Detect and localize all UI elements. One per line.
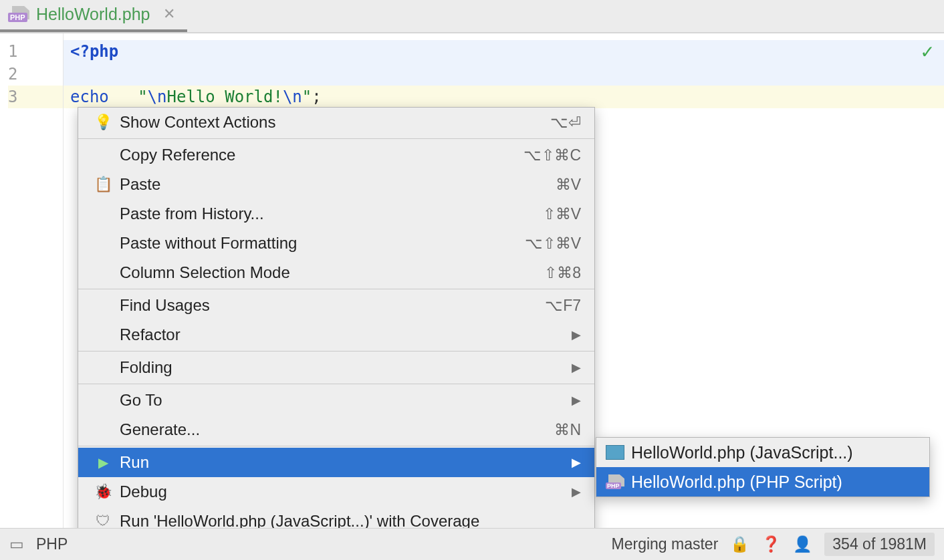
token-escape: \n [148, 88, 167, 106]
tool-window-toggle-icon[interactable]: ▭ [9, 535, 24, 553]
status-git-branch[interactable]: Merging master [612, 535, 719, 553]
submenu-label: HelloWorld.php (PHP Script) [631, 472, 842, 492]
run-submenu: HelloWorld.php (JavaScript...) PHP Hello… [596, 437, 930, 497]
clipboard-icon: 📋 [93, 176, 113, 193]
ctx-shortcut: ⌥⏎ [550, 114, 581, 132]
ctx-refactor[interactable]: Refactor ▶ [78, 320, 594, 349]
token-php-open: <?php [70, 42, 118, 61]
token-string: " [138, 88, 147, 106]
submenu-label: HelloWorld.php (JavaScript...) [631, 443, 853, 462]
ctx-find-usages[interactable]: Find Usages ⌥F7 [78, 291, 594, 320]
ctx-separator [78, 446, 594, 446]
ctx-paste-from-history[interactable]: Paste from History... ⇧⌘V [78, 199, 594, 229]
ctx-shortcut: ⌥⇧⌘C [523, 146, 581, 164]
php-file-icon: PHP [8, 6, 29, 22]
chevron-right-icon: ▶ [572, 327, 581, 342]
ctx-shortcut: ⌘N [554, 421, 581, 439]
chevron-right-icon: ▶ [572, 360, 581, 375]
line-number: 1 [8, 40, 63, 63]
ctx-generate[interactable]: Generate... ⌘N [78, 415, 594, 444]
ctx-label: Show Context Actions [113, 113, 275, 132]
play-icon: ▶ [93, 454, 113, 470]
ctx-column-selection-mode[interactable]: Column Selection Mode ⇧⌘8 [78, 258, 594, 287]
token-escape: \n [283, 88, 302, 106]
lock-icon[interactable]: 🔒 [730, 535, 749, 553]
run-config-javascript[interactable]: HelloWorld.php (JavaScript...) [596, 438, 929, 467]
ctx-label: Run [113, 453, 149, 472]
ctx-debug[interactable]: 🐞 Debug ▶ [78, 477, 594, 507]
tab-filename: HelloWorld.php [36, 5, 150, 24]
line-number: 3 [8, 86, 63, 108]
ctx-label: Folding [113, 358, 172, 377]
status-bar: ▭ PHP Merging master 🔒 ❓ 👤 354 of 1981M [0, 528, 944, 560]
status-language[interactable]: PHP [36, 535, 68, 553]
ctx-copy-reference[interactable]: Copy Reference ⌥⇧⌘C [78, 140, 594, 170]
chevron-right-icon: ▶ [572, 393, 581, 408]
ctx-paste-without-formatting[interactable]: Paste without Formatting ⌥⇧⌘V [78, 229, 594, 258]
ctx-separator [78, 351, 594, 352]
ctx-label: Generate... [113, 420, 200, 439]
token-semicolon: ; [312, 88, 321, 106]
editor-tab[interactable]: PHP HelloWorld.php ✕ [0, 0, 187, 32]
ctx-shortcut: ⇧⌘8 [544, 264, 581, 282]
close-tab-icon[interactable]: ✕ [156, 5, 175, 23]
token-string: " [302, 88, 312, 106]
ctx-shortcut: ⌥F7 [545, 297, 581, 315]
ctx-label: Go To [113, 391, 162, 410]
inspection-ok-icon[interactable]: ✓ [921, 40, 933, 63]
chevron-right-icon: ▶ [572, 455, 581, 470]
chevron-right-icon: ▶ [572, 484, 581, 499]
bulb-icon: 💡 [93, 114, 113, 131]
context-menu: 💡 Show Context Actions ⌥⏎ Copy Reference… [78, 107, 595, 560]
ctx-go-to[interactable]: Go To ▶ [78, 386, 594, 415]
ctx-separator [78, 289, 594, 289]
ctx-label: Paste from History... [113, 204, 264, 223]
bug-icon: 🐞 [93, 483, 113, 501]
line-number: 2 [8, 63, 63, 86]
tab-bar: PHP HelloWorld.php ✕ [0, 0, 944, 33]
ctx-label: Copy Reference [113, 146, 235, 164]
ctx-show-context-actions[interactable]: 💡 Show Context Actions ⌥⏎ [78, 108, 594, 137]
ctx-label: Debug [113, 482, 167, 501]
ctx-label: Paste [113, 175, 160, 194]
ctx-shortcut: ⌘V [556, 176, 581, 194]
ctx-separator [78, 138, 594, 139]
line-number-gutter: 1 2 3 [0, 33, 64, 528]
ctx-folding[interactable]: Folding ▶ [78, 353, 594, 382]
token-keyword: echo [70, 88, 109, 106]
token-string: Hello World! [167, 88, 283, 106]
inspections-profile-icon[interactable]: 👤 [793, 535, 812, 553]
memory-indicator[interactable]: 354 of 1981M [824, 533, 935, 556]
js-config-icon [606, 445, 624, 460]
ctx-paste[interactable]: 📋 Paste ⌘V [78, 170, 594, 199]
run-config-php-script[interactable]: PHP HelloWorld.php (PHP Script) [596, 467, 929, 497]
ctx-shortcut: ⌥⇧⌘V [525, 235, 581, 253]
ctx-label: Paste without Formatting [113, 234, 297, 253]
code-line[interactable]: <?php [64, 40, 944, 63]
token-space [118, 88, 128, 106]
problems-icon[interactable]: ❓ [761, 535, 781, 553]
ctx-run[interactable]: ▶ Run ▶ [78, 448, 594, 477]
code-line[interactable] [64, 63, 944, 86]
code-line[interactable]: echo "\nHello World!\n"; [64, 86, 944, 108]
ctx-label: Find Usages [113, 296, 210, 315]
ctx-separator [78, 384, 594, 384]
ctx-shortcut: ⇧⌘V [543, 205, 581, 223]
ctx-label: Refactor [113, 325, 181, 344]
ctx-label: Column Selection Mode [113, 263, 290, 282]
php-config-icon: PHP [606, 474, 624, 489]
